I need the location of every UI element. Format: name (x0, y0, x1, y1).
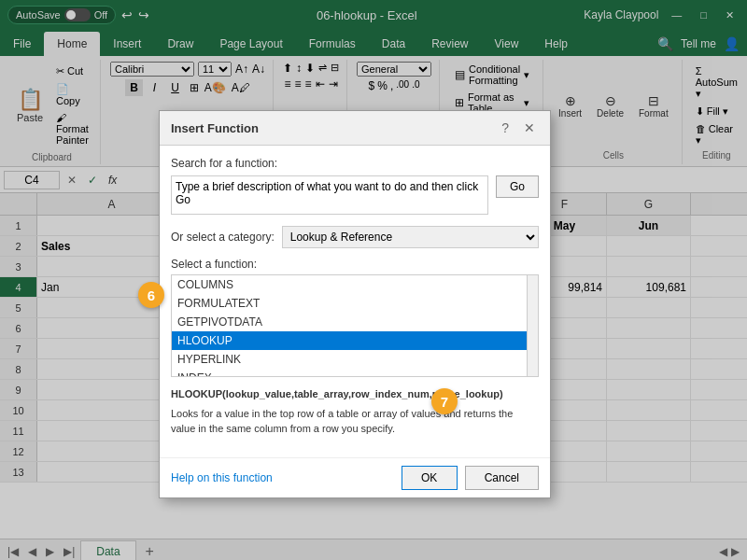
function-description: HLOOKUP(lookup_value,table_array,row_ind… (171, 386, 539, 437)
category-label: Or select a category: (171, 231, 275, 244)
function-item-hyperlink[interactable]: HYPERLINK (172, 350, 538, 369)
ok-button[interactable]: OK (402, 466, 458, 490)
function-item-index[interactable]: INDEX (172, 369, 538, 377)
category-select[interactable]: Lookup & Reference (282, 226, 539, 248)
function-item-hlookup[interactable]: HLOOKUP (172, 331, 538, 350)
modal-controls: ? ✕ (498, 119, 539, 137)
modal-footer: Help on this function OK Cancel (160, 457, 550, 497)
function-list[interactable]: COLUMNS FORMULATEXT GETPIVOTDATA HLOOKUP… (171, 274, 539, 377)
function-signature: HLOOKUP(lookup_value,table_array,row_ind… (171, 386, 539, 402)
function-list-label: Select a function: (171, 258, 539, 271)
modal-header: Insert Function ? ✕ (160, 111, 550, 146)
go-button[interactable]: Go (496, 175, 539, 198)
function-item-getpivotdata[interactable]: GETPIVOTDATA (172, 313, 538, 331)
footer-buttons: OK Cancel (402, 466, 539, 490)
modal-help-btn[interactable]: ? (498, 119, 513, 137)
modal-close-btn[interactable]: ✕ (520, 119, 539, 137)
cancel-button[interactable]: Cancel (465, 466, 539, 490)
search-textarea[interactable]: Type a brief description of what you wan… (171, 175, 488, 215)
function-list-scrollbar[interactable] (527, 275, 538, 376)
search-row: Type a brief description of what you wan… (171, 175, 539, 215)
function-desc-text: Looks for a value in the top row of a ta… (171, 406, 539, 437)
help-link[interactable]: Help on this function (171, 471, 273, 484)
search-label: Search for a function: (171, 157, 539, 170)
function-item-columns[interactable]: COLUMNS (172, 275, 538, 294)
modal-body: Search for a function: Type a brief desc… (160, 146, 550, 457)
step-badge-7: 7 (431, 388, 458, 414)
modal-title: Insert Function (171, 121, 259, 135)
insert-function-dialog: Insert Function ? ✕ Search for a functio… (159, 110, 551, 498)
function-item-formulatext[interactable]: FORMULATEXT (172, 294, 538, 313)
modal-overlay: Insert Function ? ✕ Search for a functio… (0, 0, 747, 560)
step-badge-6: 6 (138, 282, 164, 308)
category-row: Or select a category: Lookup & Reference (171, 226, 539, 248)
